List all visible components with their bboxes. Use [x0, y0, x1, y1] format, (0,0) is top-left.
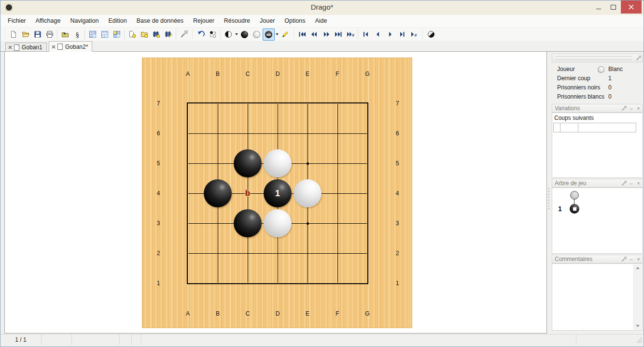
- close-button[interactable]: [621, 0, 642, 14]
- info-row-prisonniers-noirs: Prisonniers noirs0: [557, 84, 642, 93]
- var-first-button[interactable]: [360, 29, 372, 41]
- var-goto-icon: #: [410, 30, 418, 38]
- pass-stone-button[interactable]: [425, 29, 437, 41]
- menu-item-aide[interactable]: Aide: [310, 15, 332, 27]
- comments-scrollbar[interactable]: [633, 264, 642, 330]
- statusbar-cell: [576, 334, 644, 345]
- tab-goban2[interactable]: Goban2*: [49, 41, 92, 52]
- menu-item-options[interactable]: Options: [280, 15, 310, 27]
- comments-panel-title: Commentaires: [552, 256, 620, 262]
- stone-black-c3[interactable]: [234, 209, 262, 237]
- nav-last-button[interactable]: [332, 29, 344, 41]
- statusbar: 1 / 1: [0, 334, 644, 345]
- board-panel-button[interactable]: [86, 29, 98, 41]
- game-record-button[interactable]: §: [71, 29, 83, 41]
- white-stone-button[interactable]: [251, 29, 263, 41]
- next-moves-cell[interactable]: [553, 123, 560, 132]
- games-list-button[interactable]: [98, 29, 111, 41]
- variations-close-button[interactable]: ×: [635, 105, 642, 112]
- search-edit-button[interactable]: [162, 29, 174, 41]
- next-moves-table: [553, 123, 636, 132]
- stone-white-e4[interactable]: [294, 179, 322, 207]
- scroll-down-button[interactable]: [634, 322, 642, 330]
- alternate-stone-dropdown-button[interactable]: [234, 29, 238, 41]
- sidebar-splitter[interactable]: [547, 51, 551, 334]
- menu-item-base-de-donnees[interactable]: Base de données: [132, 15, 188, 27]
- game-tree-settings-button[interactable]: [620, 180, 628, 187]
- stone-white-d3[interactable]: [264, 209, 292, 237]
- open-file-button[interactable]: [19, 29, 31, 41]
- next-moves-cell[interactable]: [560, 123, 578, 132]
- coord-label-bottom: B: [212, 310, 223, 317]
- game-tree-close-button[interactable]: ×: [635, 180, 642, 187]
- import-position-icon: [140, 30, 148, 38]
- menu-item-jouer[interactable]: Jouer: [255, 15, 280, 27]
- var-last-button[interactable]: [396, 29, 408, 41]
- swap-colors-button[interactable]: [207, 29, 219, 41]
- stone-white-d5[interactable]: [264, 149, 292, 177]
- toolbar-grip: [421, 29, 423, 39]
- menu-item-edition[interactable]: Edition: [104, 15, 132, 27]
- menu-item-fichier[interactable]: Fichier: [3, 15, 31, 27]
- nav-goto-button[interactable]: #: [344, 29, 356, 41]
- menu-item-affichage[interactable]: Affichage: [31, 15, 66, 27]
- var-back-button[interactable]: [372, 29, 384, 41]
- new-file-button[interactable]: [7, 29, 19, 41]
- stone-black-d4[interactable]: 1: [264, 179, 292, 207]
- menu-item-resoudre[interactable]: Résoudre: [219, 15, 255, 27]
- tab-close-button[interactable]: [8, 45, 12, 49]
- toolbar-grip: [191, 29, 193, 39]
- comments-close-button[interactable]: ×: [635, 256, 642, 262]
- maximize-button[interactable]: [606, 0, 621, 14]
- tabbar-underline: [0, 51, 644, 52]
- game-tree-current-node[interactable]: [570, 204, 579, 214]
- stone-black-c5[interactable]: [234, 149, 262, 177]
- var-forward-button[interactable]: [384, 29, 396, 41]
- game-tree-root-node[interactable]: [570, 191, 579, 200]
- new-folder-button[interactable]: *: [59, 29, 71, 41]
- game-tree-minimize-button[interactable]: –: [628, 180, 635, 187]
- hoshi-point: [307, 162, 309, 165]
- undo-button[interactable]: [195, 29, 207, 41]
- tile-panels-button[interactable]: [111, 29, 123, 41]
- pencil-button[interactable]: [279, 29, 291, 41]
- minimize-button[interactable]: [591, 0, 606, 14]
- var-goto-button[interactable]: #: [408, 29, 420, 41]
- svg-text:#: #: [352, 33, 354, 38]
- comments-settings-button[interactable]: [620, 256, 628, 262]
- export-position-button[interactable]: [126, 29, 138, 41]
- tab-goban1[interactable]: Goban1: [5, 43, 47, 52]
- comments-minimize-button[interactable]: –: [628, 256, 635, 262]
- label-ab-button[interactable]: ab: [263, 29, 275, 41]
- search-position-button[interactable]: [150, 29, 162, 41]
- nav-first-button[interactable]: [296, 29, 308, 41]
- save-button[interactable]: [31, 29, 43, 41]
- alternate-stone-button[interactable]: [222, 29, 234, 41]
- label-ab-dropdown-button[interactable]: [275, 29, 279, 41]
- nav-forward10-button[interactable]: [320, 29, 332, 41]
- info-panel-settings-button[interactable]: [635, 55, 642, 61]
- next-moves-cell[interactable]: [578, 123, 636, 132]
- statusbar-position: 1 / 1: [0, 334, 42, 345]
- import-position-button[interactable]: [138, 29, 150, 41]
- sidebar: JoueurBlancDernier coup1Prisonniers noir…: [551, 51, 644, 334]
- goban-board[interactable]: AABBCCDDEEFFGG776655443322111b: [142, 58, 412, 328]
- resize-grip-icon[interactable]: [636, 337, 643, 346]
- menu-item-navigation[interactable]: Navigation: [65, 15, 103, 27]
- variations-settings-button[interactable]: [620, 105, 628, 112]
- print-button[interactable]: [43, 29, 56, 41]
- stone-black-b4[interactable]: [204, 179, 232, 207]
- black-stone-button[interactable]: [238, 29, 251, 41]
- coord-label-left: 3: [153, 220, 164, 227]
- coord-label-top: C: [242, 71, 253, 77]
- comments-text-area[interactable]: [552, 263, 643, 331]
- wrench-button[interactable]: [178, 29, 190, 41]
- nav-back10-button[interactable]: [308, 29, 320, 41]
- scroll-up-button[interactable]: [634, 264, 642, 272]
- minimize-icon: [596, 9, 601, 9]
- document-icon: [57, 43, 63, 50]
- variations-minimize-button[interactable]: –: [628, 105, 635, 112]
- tab-close-button[interactable]: [52, 45, 56, 49]
- menu-item-rejouer[interactable]: Rejouer: [188, 15, 219, 27]
- grid-line: [337, 104, 338, 283]
